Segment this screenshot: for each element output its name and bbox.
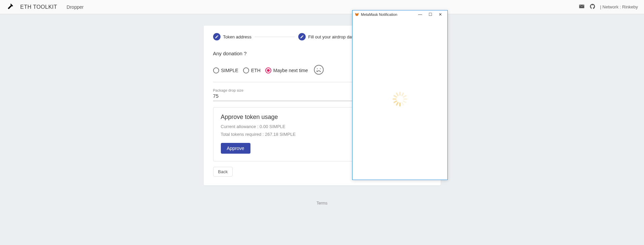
step-label: Fill out your airdrop data (308, 34, 355, 39)
radio-eth[interactable]: ETH (243, 67, 261, 73)
svg-point-2 (320, 68, 320, 69)
svg-point-1 (317, 68, 317, 69)
radio-simple[interactable]: SIMPLE (213, 67, 238, 73)
popup-title: MetaMask Notification (361, 12, 415, 17)
popup-body (352, 19, 447, 180)
metamask-fox-icon (354, 12, 359, 17)
approve-button[interactable]: Approve (221, 143, 250, 154)
page-name[interactable]: Dropper (67, 4, 84, 10)
sad-face-icon (313, 64, 325, 77)
radio-label: Maybe next time (273, 68, 308, 73)
radio-label: SIMPLE (221, 68, 238, 73)
app-title[interactable]: ETH TOOLKIT (20, 4, 57, 10)
radio-icon (265, 67, 271, 73)
svg-point-3 (316, 70, 317, 71)
radio-icon (243, 67, 249, 73)
footer-terms-link[interactable]: Terms (0, 201, 644, 206)
back-button[interactable]: Back (213, 167, 233, 177)
radio-maybe-next-time[interactable]: Maybe next time (265, 67, 308, 73)
step-label: Token address (223, 34, 252, 39)
popup-titlebar[interactable]: MetaMask Notification — ☐ ✕ (352, 10, 447, 19)
hammer-icon (6, 2, 14, 12)
step-token-address[interactable]: Token address (213, 33, 252, 40)
pencil-icon (298, 33, 306, 40)
radio-icon (213, 67, 219, 73)
app-header: ETH TOOLKIT Dropper | Network : Rinkeby (0, 0, 644, 14)
step-airdrop-data[interactable]: Fill out your airdrop data (298, 33, 355, 40)
mail-icon[interactable] (579, 3, 585, 10)
close-icon[interactable]: ✕ (435, 12, 445, 17)
loading-spinner-icon (393, 92, 407, 106)
minimize-icon[interactable]: — (415, 12, 425, 17)
pencil-icon (213, 33, 221, 40)
metamask-popup: MetaMask Notification — ☐ ✕ (352, 10, 448, 180)
maximize-icon[interactable]: ☐ (425, 12, 435, 17)
radio-label: ETH (251, 68, 261, 73)
step-connector (255, 37, 295, 37)
svg-point-0 (314, 65, 323, 74)
github-icon[interactable] (589, 3, 596, 10)
network-label: | Network : Rinkeby (600, 4, 638, 9)
